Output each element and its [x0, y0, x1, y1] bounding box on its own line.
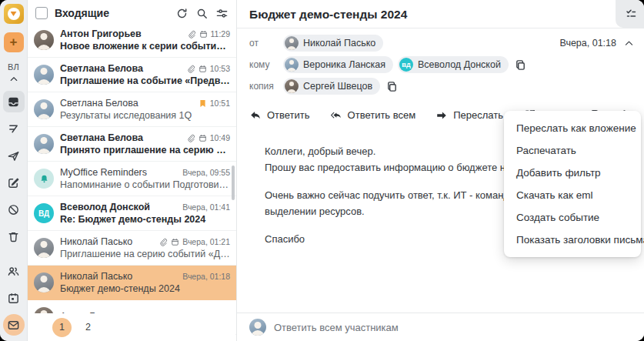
pagination: 1 2	[28, 313, 235, 341]
sender-name: Светлана Белова	[60, 63, 184, 74]
menu-item[interactable]: Распечатать	[504, 139, 641, 162]
attachment-icon	[188, 30, 196, 38]
app-window: + ВЛ •••	[0, 0, 644, 341]
list-item[interactable]: Николай Пасько Вчера, 01:18 Бюджет демо-…	[28, 266, 236, 300]
to-label: кому	[249, 59, 279, 70]
contacts-icon	[7, 265, 20, 278]
menu-item[interactable]: Добавить фильтр	[504, 162, 641, 184]
from-label: от	[249, 38, 279, 48]
avatar: ВД	[399, 58, 413, 72]
reply-icon	[249, 109, 262, 122]
sidebar-item-outbox[interactable]	[3, 118, 25, 139]
paper-plane-icon	[7, 149, 20, 162]
calendar-icon	[199, 30, 208, 38]
cc-chip-1[interactable]: Сергей Швецов	[283, 78, 380, 95]
sidebar-item-sent[interactable]	[3, 145, 25, 166]
avatar	[34, 30, 54, 50]
avatar	[34, 272, 54, 293]
attachment-icon	[187, 134, 195, 142]
mail-list: Антон Григорьев 11:29 Новое вложение к с…	[28, 23, 236, 341]
subject-line: Принято приглашение на серию событий «…	[60, 145, 230, 155]
sidebar-item-inbox[interactable]	[3, 91, 25, 112]
menu-item[interactable]: Переслать как вложение	[504, 117, 641, 139]
list-item[interactable]: Николай Пасько Вчера, 01:21 Приглашение …	[28, 231, 236, 266]
sidebar-item-trash[interactable]	[3, 226, 25, 247]
message-subject: Бюджет демо-стенды 2024	[249, 8, 634, 22]
list-item[interactable]: Светлана Белова 10:51 Результаты исследо…	[28, 92, 236, 127]
compose-icon	[7, 176, 20, 189]
copy-cc-icon[interactable]	[386, 81, 398, 92]
avatar	[285, 58, 299, 72]
subject-line: Бюджет демо-стенды 2024	[60, 283, 230, 294]
reading-pane: Бюджет демо-стенды 2024 от Николай Паськ…	[237, 0, 644, 341]
copy-recipients-icon[interactable]	[515, 59, 526, 71]
select-all-checkbox[interactable]	[35, 7, 48, 19]
filter-sliders-icon[interactable]	[215, 7, 229, 20]
attachment-icon	[187, 65, 195, 73]
avatar	[34, 238, 54, 258]
bell-icon	[39, 174, 49, 184]
quick-reply-bar[interactable]: Ответить всем участникам	[237, 313, 644, 341]
attachment-icon	[159, 238, 168, 246]
avatar	[285, 36, 299, 50]
timestamp: Вчера, 09:55	[182, 168, 230, 177]
list-item[interactable]: Светлана Белова 10:49 Принято приглашени…	[28, 127, 236, 162]
trash-icon	[7, 230, 20, 243]
subject-line: Re: Бюджет демо-стенды 2024	[60, 214, 230, 225]
flag-icon	[199, 99, 207, 108]
page-2-button[interactable]: 2	[85, 322, 91, 333]
mail-list-pane: Входящие Антон Григорьев 11:29 Новое вло…	[28, 0, 237, 341]
avatar	[34, 65, 54, 85]
sidebar-item-contacts[interactable]	[3, 260, 25, 282]
search-icon[interactable]	[195, 7, 209, 20]
menu-item[interactable]: Создать событие	[504, 206, 641, 229]
list-item[interactable]: MyOffice Reminders Вчера, 09:55 Напомина…	[28, 162, 236, 196]
sender-name: Светлана Белова	[60, 132, 184, 143]
tasks-panel-toggle[interactable]	[616, 0, 644, 28]
cc-label: копия	[249, 81, 279, 92]
collapse-header-chevron-icon[interactable]	[624, 38, 634, 48]
calendar-icon	[199, 65, 207, 73]
sidebar: + ВЛ •••	[0, 0, 28, 341]
sidebar-item-spam[interactable]	[3, 199, 25, 220]
sidebar-item-drafts[interactable]	[3, 172, 25, 193]
sender-name: Антон Григорьев	[60, 28, 185, 39]
from-chip[interactable]: Николай Пасько	[283, 35, 383, 52]
forward-icon	[435, 109, 448, 122]
inbox-icon	[7, 95, 20, 109]
timestamp: 10:49	[210, 133, 230, 142]
sender-name: Николай Пасько	[60, 271, 179, 282]
reply-all-button[interactable]: Ответить всем	[330, 109, 416, 122]
sender-name: MyOffice Reminders	[60, 167, 179, 178]
sender-name: Всеволод Донской	[60, 202, 179, 212]
reply-all-icon	[330, 109, 342, 122]
list-item[interactable]: ВД Всеволод Донской Вчера, 01:41 Re: Бюд…	[28, 196, 236, 231]
menu-item[interactable]: Показать заголовки письма	[504, 229, 641, 251]
sidebar-item-calendar[interactable]	[3, 287, 25, 309]
menu-item[interactable]: Скачать как eml	[504, 184, 641, 206]
current-user-avatar	[249, 319, 266, 336]
compose-new-button[interactable]: +	[4, 32, 24, 52]
to-chip-2[interactable]: ВД Всеволод Донской	[398, 56, 509, 73]
subject-line: Приглашение на серию событий «Демо стен…	[60, 249, 230, 259]
avatar: ВД	[34, 203, 54, 223]
list-scrollbar[interactable]	[232, 165, 235, 200]
calendar-icon	[199, 134, 207, 142]
subject-line: Приглашение на событие «Предварительно…	[60, 75, 230, 86]
page-1-button[interactable]: 1	[52, 318, 72, 337]
subject-line: Результаты исследования 1Q	[60, 110, 230, 121]
message-header: Бюджет демо-стенды 2024	[237, 0, 644, 28]
profile-avatar[interactable]: ВЛ	[8, 62, 19, 72]
refresh-icon[interactable]	[175, 7, 189, 20]
forward-button[interactable]: Переслать	[435, 109, 503, 122]
collapse-chevron-up-icon[interactable]	[3, 73, 25, 85]
message-date: Вчера, 01:18	[559, 38, 616, 48]
to-chip-1[interactable]: Вероника Ланская	[283, 56, 393, 73]
timestamp: Вчера, 01:18	[182, 272, 230, 281]
reply-button[interactable]: Ответить	[249, 109, 310, 122]
list-item[interactable]: Антон Григорьев 11:29 Новое вложение к с…	[28, 23, 236, 58]
list-item[interactable]: Светлана Белова 10:53 Приглашение на соб…	[28, 58, 236, 92]
timestamp: 11:29	[211, 29, 231, 38]
sidebar-item-mail[interactable]	[3, 314, 25, 336]
checklist-icon	[625, 8, 637, 20]
